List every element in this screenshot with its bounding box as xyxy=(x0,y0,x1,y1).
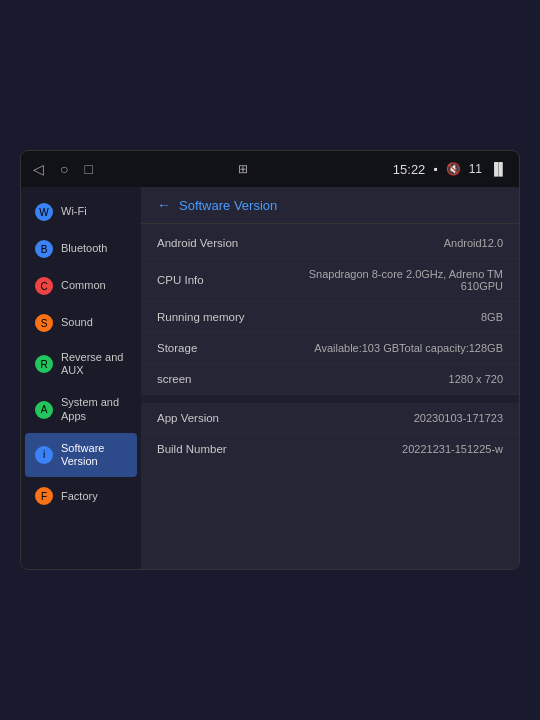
info-label: Running memory xyxy=(157,311,245,323)
content-title: Software Version xyxy=(179,198,277,213)
info-value: 8GB xyxy=(481,311,503,323)
factory-icon: F xyxy=(35,487,53,505)
info-label: Storage xyxy=(157,342,197,354)
info-row: CPU InfoSnapdragon 8-core 2.0GHz, Adreno… xyxy=(141,259,519,302)
sidebar-item-common[interactable]: CCommon xyxy=(25,268,137,304)
sound-icon: S xyxy=(35,314,53,332)
info-row: StorageAvailable:103 GBTotal capacity:12… xyxy=(141,333,519,364)
main-content: WWi-FiBBluetoothCCommonSSoundRReverse an… xyxy=(21,187,519,569)
sidebar-item-label-bluetooth: Bluetooth xyxy=(61,242,107,255)
info-label: screen xyxy=(157,373,192,385)
software-icon: i xyxy=(35,446,53,464)
content-back-button[interactable]: ← xyxy=(157,197,171,213)
home-nav-button[interactable]: ○ xyxy=(60,161,68,177)
info-value: 1280 x 720 xyxy=(449,373,503,385)
sidebar-item-wifi[interactable]: WWi-Fi xyxy=(25,194,137,230)
back-nav-button[interactable]: ◁ xyxy=(33,161,44,177)
info-table: Android VersionAndroid12.0CPU InfoSnapdr… xyxy=(141,224,519,468)
sidebar-item-label-system: System and Apps xyxy=(61,396,127,422)
info-label: App Version xyxy=(157,412,219,424)
info-row: Build Number20221231-151225-w xyxy=(141,434,519,464)
info-label: Android Version xyxy=(157,237,238,249)
info-row: Android VersionAndroid12.0 xyxy=(141,228,519,259)
info-row: App Version20230103-171723 xyxy=(141,403,519,434)
volume-mute-icon: 🔇 xyxy=(446,162,461,176)
wifi-icon: W xyxy=(35,203,53,221)
info-value: 20230103-171723 xyxy=(414,412,503,424)
center-icon: ⊞ xyxy=(238,162,248,176)
status-time: 15:22 xyxy=(393,162,426,177)
info-value: 20221231-151225-w xyxy=(402,443,503,455)
system-icon: A xyxy=(35,401,53,419)
sidebar: WWi-FiBBluetoothCCommonSSoundRReverse an… xyxy=(21,187,141,569)
info-row: screen1280 x 720 xyxy=(141,364,519,395)
info-label: CPU Info xyxy=(157,274,204,286)
sidebar-item-label-wifi: Wi-Fi xyxy=(61,205,87,218)
sidebar-item-factory[interactable]: FFactory xyxy=(25,478,137,514)
app-switcher-icon: ⊞ xyxy=(238,162,248,176)
sidebar-item-label-common: Common xyxy=(61,279,106,292)
info-value: Android12.0 xyxy=(444,237,503,249)
sidebar-item-label-reverse: Reverse and AUX xyxy=(61,351,127,377)
recents-nav-button[interactable]: □ xyxy=(84,161,92,177)
status-bar: ◁ ○ □ ⊞ 15:22 ▪ 🔇 11 ▐▌ xyxy=(21,151,519,187)
content-header: ← Software Version xyxy=(141,187,519,224)
sidebar-item-sound[interactable]: SSound xyxy=(25,305,137,341)
sidebar-item-system[interactable]: ASystem and Apps xyxy=(25,387,137,431)
sidebar-item-bluetooth[interactable]: BBluetooth xyxy=(25,231,137,267)
sidebar-item-label-sound: Sound xyxy=(61,316,93,329)
info-value: Snapdragon 8-core 2.0GHz, Adreno TM 610G… xyxy=(283,268,503,292)
nav-buttons: ◁ ○ □ xyxy=(33,161,93,177)
common-icon: C xyxy=(35,277,53,295)
reverse-icon: R xyxy=(35,355,53,373)
status-indicators: 15:22 ▪ 🔇 11 ▐▌ xyxy=(393,162,507,177)
sidebar-item-label-software: Software Version xyxy=(61,442,127,468)
info-value: Available:103 GBTotal capacity:128GB xyxy=(314,342,503,354)
signal-dot-icon: ▪ xyxy=(433,162,437,176)
sidebar-item-software[interactable]: iSoftware Version xyxy=(25,433,137,477)
info-label: Build Number xyxy=(157,443,227,455)
battery-icon: ▐▌ xyxy=(490,162,507,176)
sidebar-item-label-factory: Factory xyxy=(61,490,98,503)
volume-level: 11 xyxy=(469,162,482,176)
device-frame: ◁ ○ □ ⊞ 15:22 ▪ 🔇 11 ▐▌ WWi-FiBBluetooth… xyxy=(20,150,520,570)
sidebar-item-reverse[interactable]: RReverse and AUX xyxy=(25,342,137,386)
content-panel: ← Software Version Android VersionAndroi… xyxy=(141,187,519,569)
bluetooth-icon: B xyxy=(35,240,53,258)
section-divider xyxy=(141,395,519,403)
info-row: Running memory8GB xyxy=(141,302,519,333)
